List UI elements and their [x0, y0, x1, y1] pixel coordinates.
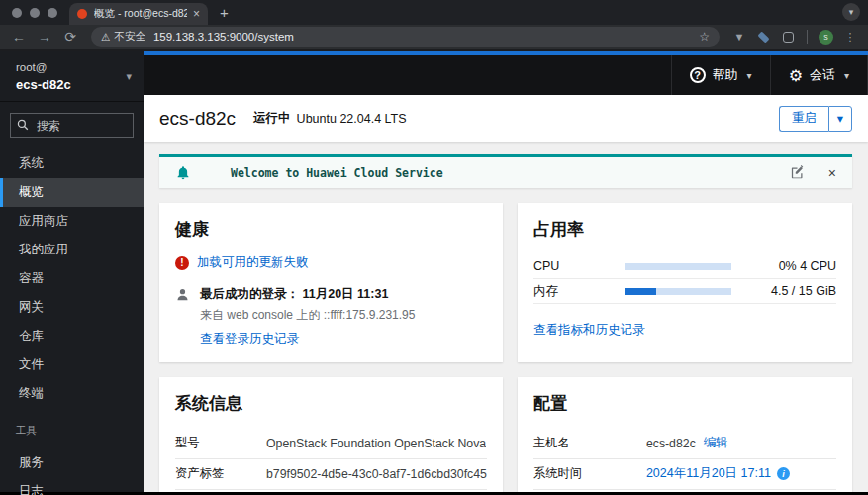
hostname-row: 主机名 ecs-d82c 编辑	[533, 429, 836, 459]
session-label: 会话	[810, 66, 835, 84]
page-header: ecs-d82c 运行中 Ubuntu 22.04.4 LTS 重启 ▾	[144, 95, 868, 142]
domain-row: 域名 加入域	[533, 490, 836, 492]
host-user: root@	[16, 60, 71, 76]
info-icon[interactable]: i	[777, 467, 790, 480]
address-bar[interactable]: ⚠ 不安全 159.138.3.135:9000/system ☆	[91, 27, 720, 47]
sidebar-search	[10, 113, 134, 138]
forward-button[interactable]: →	[34, 29, 55, 45]
tab-close-icon[interactable]: ×	[193, 7, 200, 21]
error-icon: !	[175, 256, 189, 270]
bell-icon	[175, 165, 191, 181]
download-triangle-icon[interactable]: ▼	[729, 31, 749, 43]
profile-badge[interactable]: s	[819, 30, 833, 45]
last-login-time: 11月20日 11:31	[302, 287, 388, 301]
host-name: ecs-d82c	[16, 76, 71, 94]
url-text[interactable]: 159.138.3.135:9000/system	[153, 31, 693, 43]
running-state: 运行中	[253, 110, 291, 127]
browser-menu-icon[interactable]: ⋮	[840, 31, 860, 44]
extension-diamond-icon[interactable]	[757, 31, 769, 43]
health-card: 健康 ! 加载可用的更新失败 最后成功	[159, 203, 503, 362]
tab-title: 概览 - root@ecs-d82c	[94, 7, 187, 21]
sidebar-item-logs[interactable]: 日志	[0, 477, 144, 495]
system-time-link[interactable]: 2024年11月20日 17:11	[646, 465, 771, 482]
usage-card: 占用率 CPU 0% 4 CPU 内存 4.5 / 15 GiB 查看指标和历史…	[518, 203, 852, 362]
last-login-source: 来自 web console 上的 ::ffff:175.9.231.95	[200, 307, 415, 324]
reload-button[interactable]: ⟳	[59, 29, 81, 45]
search-icon	[17, 119, 29, 131]
chevron-down-icon: ▾	[844, 70, 849, 81]
new-tab-button[interactable]: +	[220, 4, 229, 21]
sidebar-item-my-apps[interactable]: 我的应用	[0, 236, 144, 264]
memory-progress-bar	[625, 288, 731, 295]
health-title: 健康	[175, 218, 487, 241]
sidebar-nav: 系统 概览 应用商店 我的应用 容器 网关 仓库 文件 终端 工具 服务 日志	[0, 149, 144, 495]
config-title: 配置	[533, 392, 836, 415]
memory-value: 4.5 / 15 GiB	[771, 284, 836, 298]
gear-icon: ⚙	[789, 66, 803, 85]
security-label: 不安全	[114, 30, 145, 44]
sidebar-item-gateway[interactable]: 网关	[0, 293, 144, 322]
back-button[interactable]: ←	[8, 29, 30, 45]
extensions-icon[interactable]	[783, 32, 794, 43]
security-badge[interactable]: ⚠ 不安全	[101, 30, 145, 44]
asset-tag-row: 资产标签 b79f9502-4d5e-43c0-8af7-1d6cbd30fc4…	[175, 459, 487, 490]
favicon-icon	[77, 9, 87, 19]
cpu-value: 0% 4 CPU	[779, 259, 836, 273]
cpu-label: CPU	[533, 259, 625, 273]
system-info-title: 系统信息	[175, 392, 487, 415]
banner-message: Welcome to Huawei Cloud Service	[231, 166, 443, 180]
browser-tab[interactable]: 概览 - root@ecs-d82c ×	[69, 3, 208, 25]
edit-icon[interactable]	[790, 165, 805, 180]
machine-id-row: 机器编号 1703c631c5c14bb88d9dcdc2306649fb	[175, 490, 487, 492]
login-history-link[interactable]: 查看登录历史记录	[200, 331, 299, 347]
warning-icon: ⚠	[101, 31, 110, 43]
memory-usage-row: 内存 4.5 / 15 GiB	[533, 279, 836, 304]
sidebar-item-terminal[interactable]: 终端	[0, 379, 144, 408]
help-icon: ?	[690, 67, 706, 83]
sidebar-item-overview[interactable]: 概览	[0, 178, 144, 207]
sidebar-divider	[0, 446, 144, 446]
window-controls[interactable]	[0, 8, 69, 18]
host-switcher[interactable]: root@ ecs-d82c ▾	[0, 51, 144, 102]
masthead: ? 帮助 ▾ ⚙ 会话 ▾	[144, 55, 868, 95]
restart-button[interactable]: 重启	[779, 106, 828, 132]
chevron-down-icon: ▾	[747, 70, 752, 81]
system-time-row: 系统时间 2024年11月20日 17:11 i	[533, 459, 836, 490]
help-menu[interactable]: ? 帮助 ▾	[671, 55, 770, 95]
close-icon[interactable]: ×	[828, 165, 836, 181]
model-row: 型号 OpenStack Foundation OpenStack Nova	[175, 429, 487, 459]
metrics-link[interactable]: 查看指标和历史记录	[533, 322, 645, 339]
tab-search-button[interactable]: ▾	[842, 3, 860, 21]
restart-caret-button[interactable]: ▾	[828, 106, 852, 132]
sidebar-item-files[interactable]: 文件	[0, 350, 144, 379]
browser-tab-strip: 概览 - root@ecs-d82c × + ▾	[0, 0, 868, 25]
session-menu[interactable]: ⚙ 会话 ▾	[770, 55, 868, 95]
bookmark-star-icon[interactable]: ☆	[699, 30, 710, 44]
browser-toolbar: ← → ⟳ ⚠ 不安全 159.138.3.135:9000/system ☆ …	[0, 25, 868, 51]
system-info-card: 系统信息 型号 OpenStack Foundation OpenStack N…	[159, 377, 503, 492]
motd-banner: Welcome to Huawei Cloud Service ×	[159, 154, 852, 188]
sidebar-item-containers[interactable]: 容器	[0, 264, 144, 293]
memory-label: 内存	[533, 283, 625, 300]
chevron-down-icon: ▾	[126, 70, 132, 83]
user-icon	[175, 287, 190, 302]
cpu-usage-row: CPU 0% 4 CPU	[533, 254, 836, 279]
sidebar: root@ ecs-d82c ▾ 系统 概览 应用商店 我的应用 容器 网关 仓…	[0, 51, 144, 492]
usage-title: 占用率	[533, 218, 836, 241]
config-card: 配置 主机名 ecs-d82c 编辑 系统时间 2024年11月20日 17:1…	[518, 377, 852, 492]
restart-split-button: 重启 ▾	[779, 106, 852, 132]
sidebar-item-system[interactable]: 系统	[0, 149, 144, 178]
updates-failed-link[interactable]: 加载可用的更新失败	[197, 254, 309, 271]
sidebar-section-tools: 工具	[0, 408, 144, 442]
page-title: ecs-d82c	[159, 108, 236, 130]
sidebar-item-services[interactable]: 服务	[0, 448, 144, 477]
cpu-progress-bar	[625, 263, 731, 270]
os-version: Ubuntu 22.04.4 LTS	[297, 112, 407, 126]
help-label: 帮助	[713, 66, 738, 84]
sidebar-item-app-store[interactable]: 应用商店	[0, 207, 144, 236]
overview-page: Welcome to Huawei Cloud Service × 健康	[144, 142, 868, 492]
sidebar-item-repository[interactable]: 仓库	[0, 322, 144, 350]
edit-hostname-link[interactable]: 编辑	[704, 435, 728, 451]
last-login-label: 最后成功的登录：	[200, 287, 299, 301]
toolbar-separator	[807, 30, 808, 44]
